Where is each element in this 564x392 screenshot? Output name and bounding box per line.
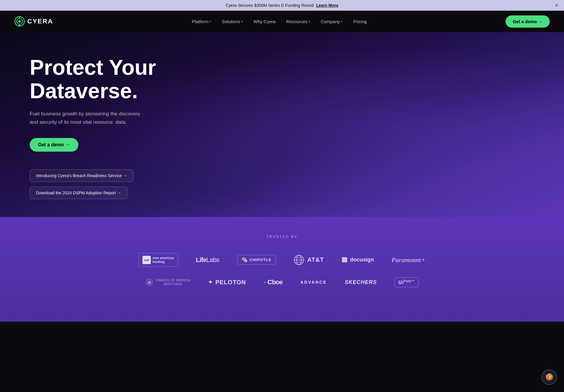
- company-chevron-icon: ▾: [341, 20, 343, 23]
- nav-why-cyera[interactable]: Why Cyera: [249, 17, 280, 26]
- announcement-text: Cyera Secures $300M Series D Funding Rou…: [226, 3, 314, 8]
- logo-paramount: Paramount+: [392, 256, 425, 264]
- cyera-logo-icon: [14, 16, 25, 27]
- logo-new-american-funding: naf new american funding: [139, 253, 178, 267]
- svg-point-4: [19, 25, 20, 26]
- logo-docusign: ⬜ docusign: [342, 257, 374, 263]
- att-globe-icon: [294, 255, 304, 265]
- navbar-get-demo-button[interactable]: Get a demo →: [506, 15, 550, 28]
- logo-skechers: SKECHERS: [345, 279, 377, 285]
- dspm-report-link[interactable]: Download the 2024 DSPM Adoption Report →: [30, 187, 127, 199]
- hero-section: Protect Your Dataverse. Fuel business gr…: [0, 32, 564, 217]
- logo-cboe: ● Cboe: [264, 278, 283, 286]
- logo-finance-of-america: 🏠 Finance of AmericaMortgage: [145, 278, 190, 286]
- svg-point-3: [19, 17, 20, 18]
- logo-advance: ADVANCE: [300, 280, 327, 285]
- hero-subtitle: Fuel business growth by pioneering the d…: [30, 110, 142, 126]
- breach-readiness-link[interactable]: Introducing Cyera's Breach Readiness Ser…: [30, 169, 133, 182]
- resources-chevron-icon: ▾: [309, 20, 310, 23]
- nav-pricing[interactable]: Pricing: [348, 17, 372, 26]
- trusted-logos-row2: 🏠 Finance of AmericaMortgage ✦ PELOTON ●…: [24, 277, 540, 287]
- hero-title: Protect Your Dataverse.: [30, 56, 184, 103]
- trusted-section: TRUSTED BY naf new american funding Life…: [0, 217, 564, 322]
- logo-lifelabs: LifeLabs: [196, 256, 219, 264]
- platform-chevron-icon: ▾: [210, 20, 211, 23]
- nav-platform[interactable]: Platform ▾: [187, 17, 216, 26]
- logo-att: AT&T: [294, 255, 324, 265]
- navbar: CYERA Platform ▾ Solutions ▾ Why Cyera R…: [0, 11, 564, 32]
- nav-solutions[interactable]: Solutions ▾: [217, 17, 248, 26]
- logo-text: CYERA: [27, 18, 53, 25]
- learn-more-link[interactable]: Learn More: [316, 3, 338, 8]
- trusted-label: TRUSTED BY: [24, 235, 540, 239]
- nav-company[interactable]: Company ▾: [316, 17, 347, 26]
- docusign-icon: ⬜: [342, 257, 348, 263]
- hero-links: Introducing Cyera's Breach Readiness Ser…: [30, 169, 184, 199]
- hero-get-demo-button[interactable]: Get a demo →: [30, 138, 78, 152]
- announcement-close-button[interactable]: ×: [555, 3, 558, 8]
- solutions-chevron-icon: ▾: [241, 20, 243, 23]
- hero-content: Protect Your Dataverse. Fuel business gr…: [30, 56, 184, 199]
- svg-point-2: [18, 20, 21, 23]
- announcement-bar: Cyera Secures $300M Series D Funding Rou…: [0, 0, 564, 11]
- logo-uipath: UiPath™: [395, 277, 419, 287]
- nav-resources[interactable]: Resources ▾: [281, 17, 315, 26]
- logo-peloton: ✦ PELOTON: [208, 279, 246, 286]
- cookie-settings-button[interactable]: 🍪: [541, 369, 557, 385]
- logo[interactable]: CYERA: [14, 16, 53, 27]
- trusted-logos-row1: naf new american funding LifeLabs 🌯 CHIP…: [24, 253, 540, 267]
- logo-chipotle: 🌯 CHIPOTLE: [237, 255, 276, 265]
- navbar-actions: Get a demo →: [506, 15, 550, 28]
- nav-menu: Platform ▾ Solutions ▾ Why Cyera Resourc…: [187, 17, 372, 26]
